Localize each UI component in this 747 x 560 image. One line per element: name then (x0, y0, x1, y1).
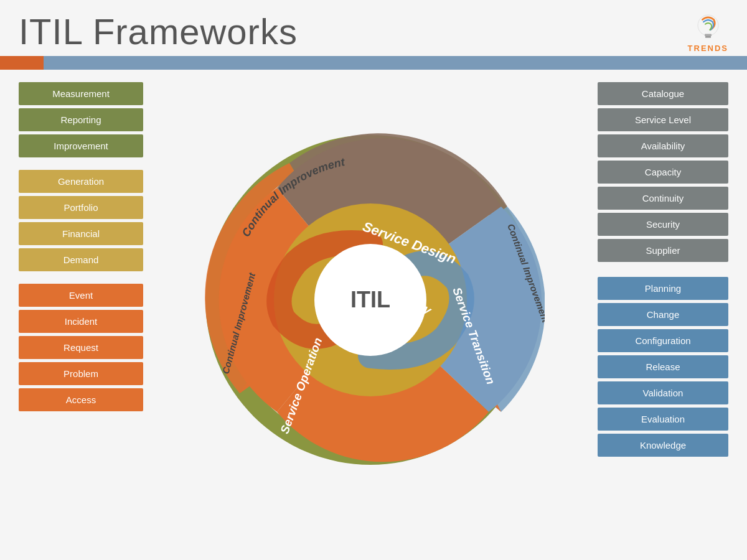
main-content: Measurement Reporting Improvement Genera… (0, 70, 747, 530)
demand-button[interactable]: Demand (19, 248, 143, 271)
logo-text: TRENDS (688, 44, 728, 53)
knowledge-button[interactable]: Knowledge (598, 434, 728, 457)
change-button[interactable]: Change (598, 303, 728, 326)
measurement-button[interactable]: Measurement (19, 82, 143, 105)
left-column: Measurement Reporting Improvement Genera… (19, 82, 143, 518)
diagram-svg: ITIL Continual Improvement Continual Imp… (196, 126, 545, 474)
page-title: ITIL Frameworks (19, 11, 298, 52)
evaluation-button[interactable]: Evaluation (598, 408, 728, 431)
supplier-button[interactable]: Supplier (598, 239, 728, 262)
svg-rect-2 (705, 36, 711, 38)
reporting-button[interactable]: Reporting (19, 108, 143, 131)
strategy-group: Generation Portfolio Financial Demand (19, 170, 143, 271)
right-gap (598, 264, 728, 274)
generation-button[interactable]: Generation (19, 170, 143, 193)
access-button[interactable]: Access (19, 388, 143, 411)
portfolio-button[interactable]: Portfolio (19, 196, 143, 219)
incident-button[interactable]: Incident (19, 310, 143, 333)
request-button[interactable]: Request (19, 336, 143, 359)
planning-button[interactable]: Planning (598, 277, 728, 300)
release-button[interactable]: Release (598, 355, 728, 378)
service-level-button[interactable]: Service Level (598, 108, 728, 131)
itil-diagram: ITIL Continual Improvement Continual Imp… (196, 126, 545, 474)
capacity-button[interactable]: Capacity (598, 161, 728, 184)
header: ITIL Frameworks TRENDS (0, 0, 747, 56)
improvement-button[interactable]: Improvement (19, 134, 143, 157)
configuration-button[interactable]: Configuration (598, 329, 728, 352)
security-button[interactable]: Security (598, 213, 728, 236)
color-bar-blue (44, 56, 747, 70)
center-column: ITIL Continual Improvement Continual Imp… (149, 82, 591, 518)
event-button[interactable]: Event (19, 284, 143, 307)
problem-button[interactable]: Problem (19, 362, 143, 385)
design-group: Catalogue Service Level Availability Cap… (598, 82, 728, 262)
catalogue-button[interactable]: Catalogue (598, 82, 728, 105)
validation-button[interactable]: Validation (598, 381, 728, 404)
transition-group: Planning Change Configuration Release Va… (598, 277, 728, 457)
operation-group: Event Incident Request Problem Access (19, 284, 143, 411)
color-bar (0, 56, 747, 70)
color-bar-orange (0, 56, 44, 70)
continuity-button[interactable]: Continuity (598, 187, 728, 210)
availability-button[interactable]: Availability (598, 134, 728, 157)
csi-group: Measurement Reporting Improvement (19, 82, 143, 157)
svg-rect-1 (705, 34, 712, 36)
trends-logo-icon (691, 9, 725, 44)
right-column: Catalogue Service Level Availability Cap… (598, 82, 728, 518)
financial-button[interactable]: Financial (19, 222, 143, 245)
logo-area: TRENDS (688, 9, 728, 53)
